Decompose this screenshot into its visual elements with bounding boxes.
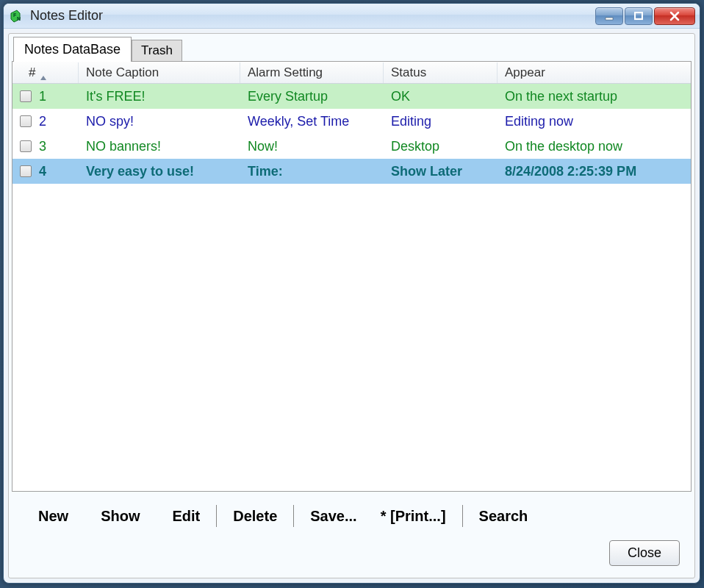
row-caption: NO spy!: [79, 112, 240, 132]
row-appear: On the desktop now: [498, 137, 691, 157]
table-body: 1It's FREE!Every StartupOKOn the next st…: [12, 84, 691, 184]
col-index-label: #: [29, 65, 35, 80]
table-row[interactable]: 1It's FREE!Every StartupOKOn the next st…: [12, 84, 691, 109]
row-alarm: Every Startup: [240, 87, 384, 107]
row-index: 4: [39, 164, 46, 179]
tab-trash[interactable]: Trash: [132, 40, 182, 62]
tb-search[interactable]: Search: [463, 508, 545, 525]
table-row[interactable]: 2NO spy!Weekly, Set TimeEditingEditing n…: [12, 109, 691, 134]
row-checkbox[interactable]: [20, 165, 32, 177]
row-status: Desktop: [384, 137, 498, 157]
col-status-header[interactable]: Status: [384, 62, 498, 83]
row-status: Editing: [384, 112, 498, 132]
svg-text:N: N: [17, 16, 21, 21]
row-appear: 8/24/2008 2:25:39 PM: [498, 162, 691, 182]
row-alarm: Time:: [240, 162, 384, 182]
row-alarm: Weekly, Set Time: [240, 112, 384, 132]
tb-new[interactable]: New: [22, 508, 85, 525]
table-header: # Note Caption Alarm Setting Status Appe…: [12, 62, 691, 84]
close-button[interactable]: Close: [609, 540, 680, 566]
row-caption: Very easy to use!: [79, 162, 240, 182]
col-index-header[interactable]: #: [12, 62, 79, 83]
client-area: Notes DataBase Trash # Note Caption Alar…: [8, 33, 695, 578]
row-status: OK: [384, 87, 498, 107]
row-index: 3: [39, 139, 46, 154]
svg-rect-2: [606, 18, 613, 20]
window-title: Notes Editor: [30, 8, 594, 24]
tab-strip: Notes DataBase Trash: [12, 37, 692, 62]
row-status: Show Later: [384, 162, 498, 182]
minimize-button[interactable]: [595, 7, 623, 25]
table-row[interactable]: 3NO banners!Now!DesktopOn the desktop no…: [12, 134, 691, 159]
tab-content: # Note Caption Alarm Setting Status Appe…: [12, 61, 692, 492]
row-alarm: Now!: [240, 137, 384, 157]
row-appear: On the next startup: [498, 87, 691, 107]
maximize-button[interactable]: [625, 7, 653, 25]
window-close-button[interactable]: [654, 7, 695, 25]
row-index: 2: [39, 114, 46, 129]
tb-show[interactable]: Show: [85, 508, 156, 525]
row-appear: Editing now: [498, 112, 691, 132]
main-window: F N Notes Editor Notes DataBase Trash: [3, 3, 700, 584]
tb-print[interactable]: * [Print...]: [373, 508, 462, 525]
row-index: 1: [39, 89, 46, 104]
row-caption: NO banners!: [79, 137, 240, 157]
svg-rect-3: [635, 12, 642, 19]
tb-save[interactable]: Save...: [294, 508, 373, 525]
row-checkbox[interactable]: [20, 140, 32, 152]
col-alarm-header[interactable]: Alarm Setting: [240, 62, 384, 83]
row-caption: It's FREE!: [79, 87, 240, 107]
app-icon: F N: [10, 9, 24, 24]
table-row[interactable]: 4Very easy to use!Time:Show Later8/24/20…: [12, 159, 691, 184]
toolbar: New Show Edit Delete Save... * [Print...…: [12, 492, 692, 534]
row-checkbox[interactable]: [20, 115, 32, 127]
tab-notes-database[interactable]: Notes DataBase: [13, 37, 132, 62]
titlebar[interactable]: F N Notes Editor: [4, 4, 700, 29]
sort-asc-icon: [40, 70, 46, 76]
col-caption-header[interactable]: Note Caption: [79, 62, 240, 83]
row-checkbox[interactable]: [20, 90, 32, 102]
tb-delete[interactable]: Delete: [217, 508, 293, 525]
tb-edit[interactable]: Edit: [156, 508, 216, 525]
col-appear-header[interactable]: Appear: [498, 62, 691, 83]
